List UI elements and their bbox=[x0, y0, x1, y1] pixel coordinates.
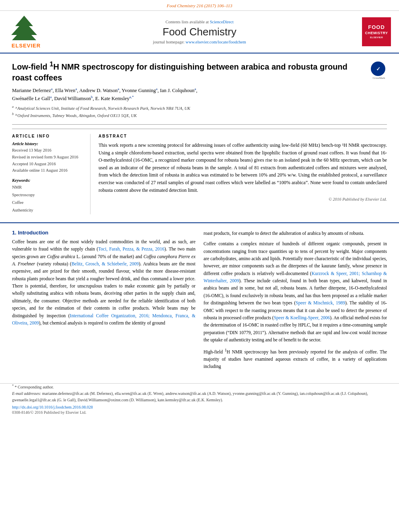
sciencedirect-line: Contents lists available at ScienceDirec… bbox=[44, 20, 355, 24]
accepted-date: Accepted 10 August 2016 bbox=[12, 161, 84, 168]
abstract-column: ABSTRACT This work reports a new screeni… bbox=[99, 134, 387, 214]
corresponding-note: * * Corresponding author. bbox=[12, 384, 387, 390]
keyword-authenticity: Authenticity bbox=[12, 207, 84, 214]
section-divider bbox=[12, 124, 387, 125]
article-title-section: Low-field 1H NMR spectroscopy for distin… bbox=[12, 60, 387, 83]
logo-chemistry-text: CHEMISTRY bbox=[365, 31, 388, 36]
intro-para1: Coffee beans are one of the most widely … bbox=[12, 238, 195, 327]
abstract-text: This work reports a new screening protoc… bbox=[99, 142, 387, 194]
keyword-coffee: Coffee bbox=[12, 199, 84, 207]
intro-heading: 1. Introduction bbox=[12, 230, 195, 236]
homepage-line: journal homepage: www.elsevier.com/locat… bbox=[44, 40, 355, 44]
ref-toci: Toci, Farah, Pezza, & Pezza, 2016 bbox=[98, 246, 165, 251]
abstract-heading: ABSTRACT bbox=[99, 134, 387, 138]
crossmark-label: CrossMark bbox=[371, 76, 387, 80]
article-footer: * * Corresponding author. E-mail address… bbox=[0, 383, 399, 419]
article-info-column: ARTICLE INFO Article history: Received 1… bbox=[12, 134, 90, 214]
keywords-label: Keywords: bbox=[12, 178, 84, 183]
elsevier-tree-svg bbox=[8, 15, 40, 41]
logo-small-text: ELSEVIER bbox=[370, 36, 383, 39]
intro-para4: High-field 1H NMR spectroscopy has been … bbox=[204, 347, 387, 370]
body-left-col: 1. Introduction Coffee beans are one of … bbox=[12, 230, 195, 374]
crossmark-badge[interactable]: ✓ CrossMark bbox=[371, 62, 387, 80]
issn-line: 0308-8146/© 2016 Published by Elsevier L… bbox=[12, 410, 387, 415]
article-history-label: Article history: bbox=[12, 142, 84, 146]
journal-center-info: Contents lists available at ScienceDirec… bbox=[44, 20, 355, 44]
authors-line: Marianne Deferneza, Ella Wrena, Andrew D… bbox=[12, 86, 387, 103]
svg-rect-1 bbox=[22, 37, 26, 40]
ref-speer2006: Speer & Koelling-Speer, 2006 bbox=[274, 315, 330, 320]
doi-link[interactable]: http://dx.doi.org/10.1016/j.foodchem.201… bbox=[12, 405, 387, 409]
article-info-heading: ARTICLE INFO bbox=[12, 134, 84, 138]
elsevier-logo: ELSEVIER bbox=[8, 15, 44, 49]
received-date: Received 13 May 2016 bbox=[12, 147, 84, 154]
svg-marker-0 bbox=[11, 16, 37, 40]
ref-speer1989: Speer & Mischnick, 1989 bbox=[296, 300, 345, 305]
keyword-nmr: NMR bbox=[12, 184, 84, 191]
keyword-spectroscopy: Spectroscopy bbox=[12, 191, 84, 199]
journal-header: ELSEVIER Contents lists available at Sci… bbox=[0, 11, 399, 53]
article-title: Low-field 1H NMR spectroscopy for distin… bbox=[12, 60, 367, 83]
body-content: 1. Introduction Coffee beans are one of … bbox=[0, 222, 399, 382]
ref-belitz: Belitz, Grosch, & Schieberle, 2009 bbox=[72, 261, 139, 266]
body-right-col: roast products, for example to detect th… bbox=[204, 230, 387, 374]
email-addresses: E-mail addresses: marianne.defernez@ifr.… bbox=[12, 390, 387, 403]
logo-food-text: FOOD bbox=[368, 24, 385, 31]
journal-reference-bar: Food Chemistry 216 (2017) 106–113 bbox=[0, 0, 399, 11]
ref-ico: International Coffee Organization, 2016;… bbox=[12, 313, 195, 325]
available-date: Available online 11 August 2016 bbox=[12, 167, 84, 174]
elsevier-wordmark: ELSEVIER bbox=[8, 43, 44, 49]
intro-para3: Coffee contains a complex mixture of hun… bbox=[204, 240, 387, 343]
homepage-url[interactable]: www.elsevier.com/locate/foodchem bbox=[185, 40, 246, 44]
copyright-line: © 2016 Published by Elsevier Ltd. bbox=[99, 197, 387, 201]
journal-reference: Food Chemistry 216 (2017) 106–113 bbox=[167, 3, 232, 8]
body-two-col: 1. Introduction Coffee beans are one of … bbox=[12, 230, 387, 374]
crossmark-icon: ✓ bbox=[371, 62, 385, 76]
page-wrapper: Food Chemistry 216 (2017) 106–113 ELSEVI… bbox=[0, 0, 399, 419]
journal-title: Food Chemistry bbox=[44, 26, 355, 38]
affiliations: a ᵃ Analytical Sciences Unit, Institute … bbox=[12, 105, 387, 119]
revised-date: Revised in revised form 9 August 2016 bbox=[12, 154, 84, 161]
article-content: Low-field 1H NMR spectroscopy for distin… bbox=[0, 53, 399, 222]
food-chemistry-logo: FOOD CHEMISTRY ELSEVIER bbox=[362, 17, 391, 46]
keywords-section: Keywords: NMR Spectroscopy Coffee Authen… bbox=[12, 178, 84, 214]
intro-para2: roast products, for example to detect th… bbox=[204, 230, 387, 237]
sciencedirect-link[interactable]: ScienceDirect bbox=[210, 20, 234, 24]
ref-kurzrock: Kurzrock & Speer, 2001; Scharnhop & Wint… bbox=[204, 271, 387, 283]
article-info-abstract: ARTICLE INFO Article history: Received 1… bbox=[12, 129, 387, 214]
food-chemistry-logo-box: FOOD CHEMISTRY ELSEVIER bbox=[355, 17, 391, 46]
